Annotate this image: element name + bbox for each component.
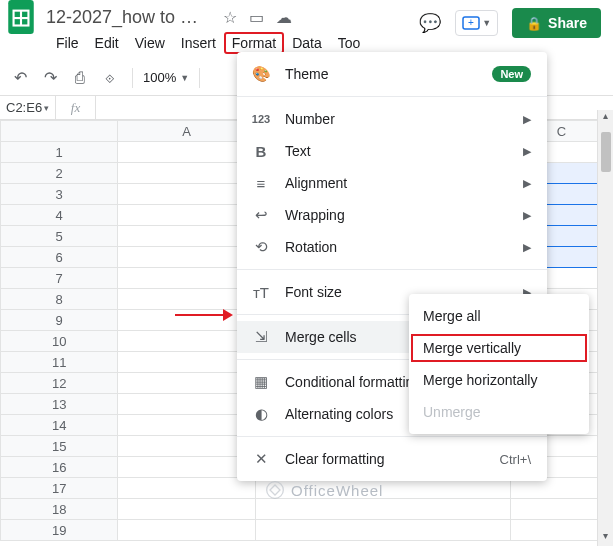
undo-button[interactable]: ↶: [8, 66, 32, 90]
alignment-icon: ≡: [251, 175, 271, 192]
cell-A16[interactable]: [118, 457, 256, 478]
cell-A1[interactable]: [118, 142, 256, 163]
row-header-6[interactable]: 6: [1, 247, 118, 268]
row-header-1[interactable]: 1: [1, 142, 118, 163]
merge-icon: ⇲: [251, 328, 271, 346]
document-title[interactable]: 12-2027_how to mer...: [46, 7, 211, 28]
new-badge: New: [492, 66, 531, 82]
row-header-8[interactable]: 8: [1, 289, 118, 310]
row-header-2[interactable]: 2: [1, 163, 118, 184]
annotation-arrow: [175, 307, 233, 323]
clear-icon: ✕: [251, 450, 271, 468]
zoom-select[interactable]: 100% ▼: [143, 70, 189, 85]
name-box[interactable]: C2:E6 ▾: [0, 96, 56, 119]
cell-A12[interactable]: [118, 373, 256, 394]
cell-A2[interactable]: [118, 163, 256, 184]
menu-alignment[interactable]: ≡ Alignment ▶: [237, 167, 547, 199]
menu-clear-formatting[interactable]: ✕ Clear formatting Ctrl+\: [237, 443, 547, 475]
row-header-3[interactable]: 3: [1, 184, 118, 205]
star-icon[interactable]: ☆: [223, 8, 237, 27]
cell-A14[interactable]: [118, 415, 256, 436]
cell-A18[interactable]: [118, 499, 256, 520]
row-header-11[interactable]: 11: [1, 352, 118, 373]
cell-A6[interactable]: [118, 247, 256, 268]
menu-edit[interactable]: Edit: [87, 32, 127, 54]
row-header-9[interactable]: 9: [1, 310, 118, 331]
cell-A19[interactable]: [118, 520, 256, 541]
bold-icon: B: [251, 143, 271, 160]
cell-A5[interactable]: [118, 226, 256, 247]
conditional-icon: ▦: [251, 373, 271, 391]
menu-tools[interactable]: Too: [330, 32, 369, 54]
submenu-arrow-icon: ▶: [523, 177, 531, 190]
fx-label: fx: [56, 96, 96, 119]
cell-A11[interactable]: [118, 352, 256, 373]
menu-wrapping[interactable]: ↩ Wrapping ▶: [237, 199, 547, 231]
row-header-15[interactable]: 15: [1, 436, 118, 457]
vertical-scrollbar[interactable]: ▴ ▾: [597, 110, 613, 546]
merge-all[interactable]: Merge all: [409, 300, 589, 332]
col-header-A[interactable]: A: [118, 121, 256, 142]
cell-B18[interactable]: [255, 499, 510, 520]
scroll-up-icon[interactable]: ▴: [598, 110, 613, 126]
cell-A17[interactable]: [118, 478, 256, 499]
menu-text[interactable]: B Text ▶: [237, 135, 547, 167]
merge-submenu: Merge all Merge vertically Merge horizon…: [409, 294, 589, 434]
submenu-arrow-icon: ▶: [523, 145, 531, 158]
print-button[interactable]: ⎙: [68, 66, 92, 90]
share-label: Share: [548, 15, 587, 31]
row-header-19[interactable]: 19: [1, 520, 118, 541]
row-header-18[interactable]: 18: [1, 499, 118, 520]
menu-file[interactable]: File: [48, 32, 87, 54]
svg-text:+: +: [468, 17, 474, 28]
chevron-down-icon: ▼: [180, 73, 189, 83]
cell-A13[interactable]: [118, 394, 256, 415]
menu-view[interactable]: View: [127, 32, 173, 54]
menu-insert[interactable]: Insert: [173, 32, 224, 54]
merge-vertically[interactable]: Merge vertically: [409, 332, 589, 364]
chevron-down-icon: ▼: [482, 18, 491, 28]
share-button[interactable]: 🔒 Share: [512, 8, 601, 38]
cell-A7[interactable]: [118, 268, 256, 289]
cell-A15[interactable]: [118, 436, 256, 457]
row-header-5[interactable]: 5: [1, 226, 118, 247]
row-header-14[interactable]: 14: [1, 415, 118, 436]
theme-icon: 🎨: [251, 65, 271, 83]
row-header-16[interactable]: 16: [1, 457, 118, 478]
scroll-down-icon[interactable]: ▾: [598, 530, 613, 546]
paint-format-button[interactable]: ⟐: [98, 66, 122, 90]
cell-B19[interactable]: [255, 520, 510, 541]
redo-button[interactable]: ↷: [38, 66, 62, 90]
row-header-10[interactable]: 10: [1, 331, 118, 352]
chevron-down-icon: ▾: [44, 103, 49, 113]
fontsize-icon: тT: [251, 284, 271, 301]
row-header-12[interactable]: 12: [1, 373, 118, 394]
cloud-status-icon: ☁: [276, 8, 292, 27]
submenu-arrow-icon: ▶: [523, 241, 531, 254]
sheets-app-icon[interactable]: [8, 0, 34, 34]
comments-icon[interactable]: 💬: [419, 12, 441, 34]
lock-icon: 🔒: [526, 16, 542, 31]
shortcut-label: Ctrl+\: [500, 452, 531, 467]
row-header-7[interactable]: 7: [1, 268, 118, 289]
unmerge: Unmerge: [409, 396, 589, 428]
submenu-arrow-icon: ▶: [523, 209, 531, 222]
row-header-17[interactable]: 17: [1, 478, 118, 499]
move-icon[interactable]: ▭: [249, 8, 264, 27]
merge-horizontally[interactable]: Merge horizontally: [409, 364, 589, 396]
cell-A10[interactable]: [118, 331, 256, 352]
menu-format[interactable]: Format: [224, 32, 284, 54]
menu-data[interactable]: Data: [284, 32, 330, 54]
menu-number[interactable]: 123 Number ▶: [237, 103, 547, 135]
row-header-13[interactable]: 13: [1, 394, 118, 415]
cell-A4[interactable]: [118, 205, 256, 226]
row-header-4[interactable]: 4: [1, 205, 118, 226]
menu-theme[interactable]: 🎨 Theme New: [237, 58, 547, 90]
present-button[interactable]: + ▼: [455, 10, 498, 36]
submenu-arrow-icon: ▶: [523, 113, 531, 126]
menu-rotation[interactable]: ⟲ Rotation ▶: [237, 231, 547, 263]
scrollbar-thumb[interactable]: [601, 132, 611, 172]
wrapping-icon: ↩: [251, 206, 271, 224]
cell-A3[interactable]: [118, 184, 256, 205]
rotation-icon: ⟲: [251, 238, 271, 256]
